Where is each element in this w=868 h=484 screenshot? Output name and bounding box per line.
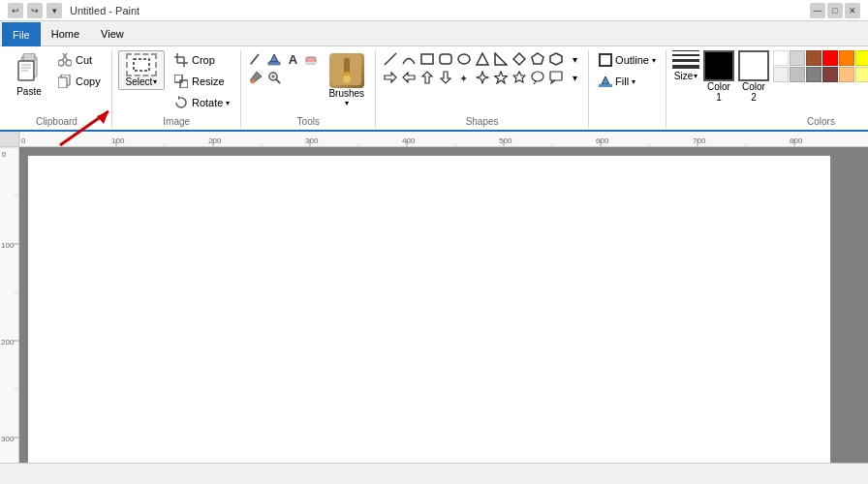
canvas-scroll[interactable] bbox=[19, 147, 868, 463]
svg-rect-25 bbox=[268, 62, 280, 65]
color1-button[interactable]: Color 1 bbox=[703, 50, 734, 103]
brushes-button[interactable]: Brushes ▾ bbox=[324, 50, 369, 110]
dropdown-icon[interactable]: ▾ bbox=[46, 3, 62, 18]
svg-marker-43 bbox=[513, 53, 525, 65]
shape-diamond[interactable] bbox=[511, 50, 528, 68]
svg-marker-42 bbox=[495, 53, 507, 65]
shape-rounded-rect[interactable] bbox=[437, 50, 454, 68]
ribbon-tabs: File Home View bbox=[0, 21, 868, 46]
palette-cell[interactable] bbox=[773, 67, 789, 82]
image-group-label: Image bbox=[112, 116, 240, 128]
copy-label: Copy bbox=[76, 76, 101, 87]
shapes-more2[interactable]: ▾ bbox=[566, 69, 583, 86]
shape-arrow-down[interactable] bbox=[437, 69, 454, 86]
svg-marker-46 bbox=[385, 73, 396, 82]
text-tool[interactable]: A bbox=[284, 50, 301, 68]
rotate-icon bbox=[173, 95, 189, 110]
shape-star6[interactable] bbox=[511, 69, 528, 86]
resize-button[interactable]: Resize bbox=[169, 72, 234, 91]
zoom-tool[interactable] bbox=[265, 69, 283, 86]
tab-view[interactable]: View bbox=[90, 21, 135, 45]
resize-icon bbox=[173, 74, 189, 89]
shape-arrow-left[interactable] bbox=[400, 69, 418, 86]
fill-button[interactable]: Fill ▾ bbox=[595, 72, 660, 91]
rotate-button[interactable]: Rotate ▾ bbox=[169, 93, 234, 112]
svg-rect-11 bbox=[58, 77, 67, 88]
tab-home[interactable]: Home bbox=[41, 21, 90, 45]
paste-button[interactable]: Paste bbox=[8, 50, 50, 100]
shapes-more[interactable]: ▾ bbox=[566, 50, 583, 68]
shape-star4[interactable] bbox=[474, 69, 491, 86]
shape-ellipse[interactable] bbox=[455, 50, 473, 68]
color2-button[interactable]: Color 2 bbox=[738, 50, 769, 103]
svg-text:700: 700 bbox=[693, 136, 706, 145]
svg-point-9 bbox=[66, 60, 72, 66]
svg-text:✦: ✦ bbox=[459, 73, 468, 84]
color2-swatch bbox=[738, 50, 769, 81]
svg-marker-52 bbox=[495, 72, 508, 83]
shape-rect[interactable] bbox=[418, 50, 436, 68]
crop-button[interactable]: Crop bbox=[169, 50, 234, 70]
svg-rect-58 bbox=[599, 84, 612, 87]
brushes-label: Brushes bbox=[328, 88, 364, 99]
svg-text:200: 200 bbox=[1, 338, 15, 347]
clipboard-right: Cut Copy bbox=[52, 50, 106, 91]
shape-line[interactable] bbox=[382, 50, 399, 68]
shape-curve[interactable] bbox=[400, 50, 418, 68]
palette-cell[interactable] bbox=[855, 50, 868, 66]
palette-cell[interactable] bbox=[822, 50, 838, 66]
svg-marker-22 bbox=[178, 96, 181, 100]
select-button[interactable]: Select ▾ bbox=[118, 50, 165, 90]
eraser-tool[interactable] bbox=[302, 50, 320, 68]
svg-text:300: 300 bbox=[305, 136, 319, 145]
outline-button[interactable]: Outline ▾ bbox=[595, 50, 660, 70]
shape-pentagon[interactable] bbox=[529, 50, 546, 68]
fill-tool[interactable] bbox=[265, 50, 283, 68]
shape-hexagon[interactable] bbox=[547, 50, 565, 68]
drawing-canvas[interactable] bbox=[27, 155, 831, 463]
shape-rect-balloon[interactable] bbox=[547, 69, 565, 86]
palette-cell[interactable] bbox=[839, 67, 854, 82]
minimize-button[interactable]: — bbox=[810, 3, 825, 18]
pencil-tool[interactable] bbox=[247, 50, 264, 68]
svg-line-30 bbox=[276, 79, 280, 83]
tools-grid: A bbox=[247, 50, 320, 105]
svg-point-40 bbox=[458, 54, 470, 64]
shape-arrow-right[interactable] bbox=[382, 69, 399, 86]
status-bar bbox=[0, 463, 868, 482]
color-picker-tool[interactable] bbox=[247, 69, 264, 86]
undo-icon[interactable]: ↩ bbox=[8, 3, 23, 18]
palette-cell[interactable] bbox=[806, 67, 822, 82]
shape-balloon[interactable] bbox=[529, 69, 546, 86]
maximize-button[interactable]: □ bbox=[827, 3, 843, 18]
palette-cell[interactable] bbox=[790, 67, 805, 82]
palette-cell[interactable] bbox=[822, 67, 838, 82]
tab-file[interactable]: File bbox=[2, 22, 41, 46]
svg-line-23 bbox=[251, 54, 259, 64]
select-label: Select ▾ bbox=[126, 76, 158, 87]
shape-triangle[interactable] bbox=[474, 50, 491, 68]
palette-cell[interactable] bbox=[790, 50, 805, 66]
ribbon-group-tools: A bbox=[241, 50, 376, 128]
palette-row-2 bbox=[773, 67, 868, 82]
palette-cell[interactable] bbox=[773, 50, 789, 66]
shape-4arrow[interactable]: ✦ bbox=[455, 69, 473, 86]
palette-cell[interactable] bbox=[806, 50, 822, 66]
copy-button[interactable]: Copy bbox=[52, 72, 106, 91]
close-button[interactable]: ✕ bbox=[845, 3, 860, 18]
redo-icon[interactable]: ↪ bbox=[27, 3, 43, 18]
palette-cell[interactable] bbox=[839, 50, 854, 66]
svg-marker-41 bbox=[477, 53, 488, 65]
color1-label: Color 1 bbox=[703, 81, 734, 103]
shape-arrow-up[interactable] bbox=[418, 69, 436, 86]
cut-button[interactable]: Cut bbox=[52, 50, 106, 70]
svg-rect-14 bbox=[134, 59, 149, 71]
svg-rect-38 bbox=[421, 54, 433, 64]
svg-rect-57 bbox=[600, 54, 611, 66]
size-button[interactable]: Size ▾ bbox=[672, 50, 699, 81]
palette-cell[interactable] bbox=[855, 67, 868, 82]
shape-right-triangle[interactable] bbox=[492, 50, 510, 68]
ribbon-group-shapes: ▾ ✦ ▾ Shapes bbox=[376, 50, 589, 128]
shape-star5[interactable] bbox=[492, 69, 510, 86]
svg-marker-44 bbox=[532, 53, 543, 64]
